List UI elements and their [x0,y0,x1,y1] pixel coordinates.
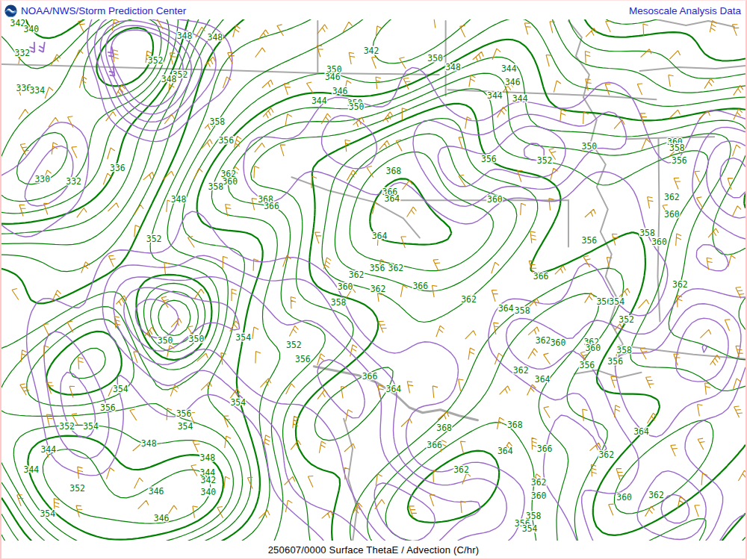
thetae-contours-layer [1,18,746,541]
noaa-logo-icon[interactable] [4,4,17,17]
contour-label: 342 [201,475,217,485]
state-border-line [448,90,657,99]
contour-label: 358 [210,116,226,127]
state-border-line [656,19,734,27]
contour-label: 358 [331,297,347,308]
contour-label: 356 [672,155,687,166]
contour-label: 348 [161,74,177,84]
advection-contours-layer [1,18,746,541]
contour-label: 362 [349,270,365,280]
footer: 250607/0000 Surface ThetaE / Advection (… [1,541,746,559]
contour-label: 340 [24,24,40,34]
contour-label: 354 [178,421,193,432]
contour-label: 350 [189,334,205,344]
contour-label: 362 [461,294,477,305]
contour-label: 346 [325,72,341,82]
contour-label: 362 [371,283,386,293]
contour-label: 364 [633,426,649,437]
contour-label: 352 [146,234,162,244]
contour-label: 354 [522,523,538,534]
contour-label: 362 [531,477,547,488]
mesoscale-analysis-data-link[interactable]: Mesoscale Analysis Data [629,5,741,16]
contour-label: 348 [141,438,157,449]
contour-label: 334 [29,85,45,96]
contour-label: 350 [427,53,443,63]
contour-label: 358 [515,305,530,316]
contour-label: 362 [664,192,680,202]
contour-label: 360 [585,343,601,353]
contour-label: 364 [498,303,514,314]
contour-label: 348 [445,62,461,72]
contour-label: 332 [15,48,31,58]
contour-label: 352 [286,340,302,350]
contour-label: 356 [218,135,234,146]
contour-label: 348 [208,32,223,43]
contour-label: 360 [551,337,566,348]
contour-label: 354 [609,296,624,307]
contour-label: 360 [651,237,667,247]
contour-label: 332 [66,176,81,187]
contour-label: 362 [453,464,469,475]
contour-label: 346 [505,77,521,87]
contour-label: 364 [498,446,513,456]
contour-label: 350 [158,335,173,346]
contour-label: 362 [648,490,664,500]
contour-label: 360 [222,176,238,187]
contour-label: 364 [372,231,388,241]
contour-label: 344 [24,464,40,475]
contour-label: 344 [40,444,56,455]
contour-label: 356 [607,356,623,367]
contour-label: 352 [148,55,164,66]
header: NOAA/NWS/Storm Prediction Center Mesosca… [1,1,746,19]
contour-label: 356 [100,402,116,413]
contour-label: 366 [533,271,549,281]
contour-label: 362 [513,365,529,376]
contour-label: 358 [616,345,632,355]
contour-label: 364 [385,193,400,204]
contour-label: 356 [582,235,598,246]
mesoanalysis-map[interactable]: 3423403323483483523523483423503483503463… [1,18,746,541]
contour-label: 350 [349,102,365,112]
contour-label: 352 [619,314,634,325]
contour-label: 354 [40,508,55,519]
contour-label: 354 [83,421,99,432]
contour-label: 354 [113,384,128,394]
contour-label: 340 [201,487,217,497]
state-border-line [657,138,660,321]
contour-label: 356 [580,360,595,370]
spc-mesoanalysis-page: NOAA/NWS/Storm Prediction Center Mesosca… [0,0,747,560]
contour-label: 352 [69,483,85,494]
contour-label: 342 [364,46,379,56]
contour-label: 362 [536,335,551,346]
contour-label: 368 [507,420,523,430]
contour-label: 346 [332,86,348,96]
contour-label: 358 [669,143,685,153]
contour-label: 356 [295,354,311,364]
state-border-line [640,66,746,71]
contour-label: 354 [235,332,251,343]
contour-label: 336 [110,163,125,173]
contour-label: 348 [171,194,187,205]
contour-label: 346 [154,513,170,523]
header-title-link[interactable]: NOAA/NWS/Storm Prediction Center [21,5,186,16]
state-border-line [291,177,419,237]
contour-label: 366 [537,444,553,454]
map-caption: 250607/0000 Surface ThetaE / Advection (… [268,544,480,556]
state-border-line [574,370,642,378]
contour-label: 360 [487,194,503,205]
contour-label: 362 [388,263,404,273]
contour-label: 366 [412,280,428,290]
contour-label: 344 [501,63,517,74]
contour-label: 352 [537,155,553,166]
contour-label: 366 [362,371,378,382]
contour-label: 368 [436,423,452,433]
contour-label: 330 [34,174,50,184]
contour-label: 344 [311,96,327,106]
contour-label: 360 [531,491,547,501]
contour-label: 366 [427,440,442,450]
contour-label: 360 [338,281,353,291]
contour-label: 350 [582,141,598,152]
contour-label: 360 [664,209,680,220]
contour-label: 358 [208,181,224,192]
contour-label: 356 [481,154,497,164]
